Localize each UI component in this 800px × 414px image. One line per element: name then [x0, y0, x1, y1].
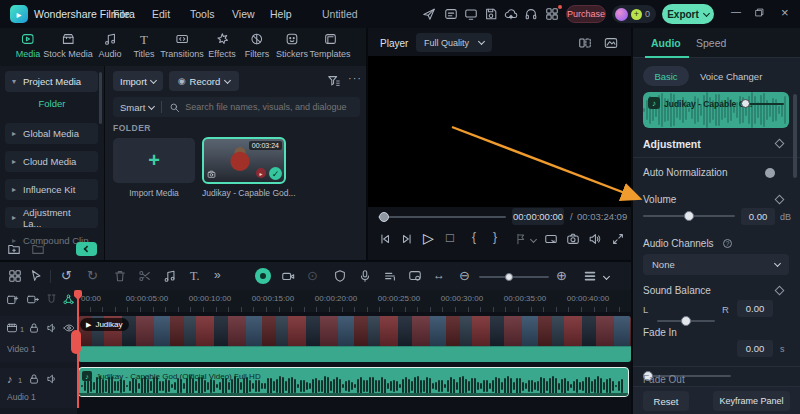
audio-channels-select[interactable]: None — [643, 254, 789, 275]
track-organize-icon[interactable] — [62, 293, 75, 306]
minimize-button[interactable]: — — [731, 6, 741, 17]
tab-audio[interactable]: Audio — [651, 37, 681, 49]
menu-view[interactable]: View — [232, 8, 255, 20]
account-pill[interactable]: + 0 — [612, 5, 656, 23]
lock-icon[interactable] — [28, 322, 40, 334]
avatar[interactable] — [615, 8, 628, 21]
workspace-grid-icon[interactable] — [8, 269, 22, 283]
volume-keyframe-icon[interactable] — [775, 195, 785, 205]
playhead-marker-tab[interactable] — [71, 330, 81, 354]
sidebar-item-adjustment-layer[interactable]: ▸ Adjustment La... — [5, 207, 98, 228]
video-track-header[interactable]: 1 Video 1 — [0, 316, 77, 362]
card-slider-knob[interactable] — [741, 99, 750, 108]
detach-audio-icon[interactable] — [163, 269, 177, 283]
select-cursor-icon[interactable] — [29, 269, 43, 283]
audio-clip-card[interactable]: ♪ Judikay - Capable G... — [643, 92, 789, 128]
export-chevron-icon[interactable] — [703, 9, 710, 16]
export-button[interactable]: Export — [662, 4, 714, 24]
screen-record-icon[interactable] — [408, 269, 422, 283]
menu-edit[interactable]: Edit — [152, 8, 170, 20]
chroma-key-icon[interactable] — [255, 268, 271, 284]
volume-speaker-icon[interactable] — [588, 232, 602, 246]
card-slider-track[interactable] — [746, 103, 784, 105]
tab-stock-media[interactable]: Stock Media — [43, 32, 93, 59]
mute-speaker-icon[interactable] — [46, 322, 58, 334]
support-headset-icon[interactable] — [524, 7, 538, 21]
mute-speaker-icon[interactable] — [46, 373, 58, 385]
collapse-sidebar-button[interactable] — [76, 242, 97, 256]
tab-effects[interactable]: Effects — [208, 32, 235, 59]
balance-value[interactable]: 0.00 — [737, 300, 773, 317]
rows-chevron-icon[interactable] — [603, 273, 610, 280]
sidebar-item-project-media[interactable]: ▾ Project Media — [5, 71, 98, 92]
subtab-basic[interactable]: Basic — [643, 66, 689, 86]
tab-titles[interactable]: T Titles — [133, 32, 154, 59]
sidebar-item-cloud-media[interactable]: ▸ Cloud Media — [5, 151, 98, 172]
scopes-icon[interactable] — [604, 36, 618, 50]
tab-filters[interactable]: Filters — [245, 32, 270, 59]
scrubber-knob[interactable] — [379, 212, 389, 222]
add-track-icon[interactable] — [6, 293, 19, 306]
tab-transitions[interactable]: Transitions — [160, 32, 204, 59]
maximize-button[interactable] — [754, 7, 765, 18]
mirror-display-icon[interactable] — [544, 232, 558, 246]
filter-icon[interactable] — [327, 74, 341, 88]
export-clip-icon[interactable] — [26, 293, 39, 306]
marker-chevron-icon[interactable] — [530, 236, 537, 243]
tab-audio[interactable]: Audio — [98, 32, 121, 59]
timeline-zoom-slider[interactable] — [479, 270, 549, 284]
delete-icon[interactable] — [113, 269, 127, 283]
sound-balance-keyframe-icon[interactable] — [775, 286, 785, 296]
tab-stickers[interactable]: Stickers — [276, 32, 308, 59]
record-button[interactable]: ◉ Record — [169, 71, 239, 91]
search-mode-select[interactable]: Smart — [120, 102, 145, 113]
stop-button[interactable]: □ — [446, 230, 454, 245]
sidebar-item-folder[interactable]: Folder — [0, 97, 104, 115]
subtab-voice-changer[interactable]: Voice Changer — [700, 71, 762, 82]
fullscreen-icon[interactable] — [611, 232, 625, 246]
save-icon[interactable] — [484, 7, 498, 21]
display-icon[interactable] — [464, 7, 478, 21]
sidebar-item-influence-kit[interactable]: ▸ Influence Kit — [5, 179, 98, 200]
more-options-icon[interactable]: ··· — [348, 72, 362, 84]
video-preview[interactable] — [368, 56, 631, 207]
zoom-in-icon[interactable]: ⊕ — [556, 268, 567, 283]
zoom-slider-track[interactable] — [479, 276, 549, 278]
sidebar-scrollbar[interactable] — [99, 72, 102, 124]
sidebar-item-global-media[interactable]: ▸ Global Media — [5, 123, 98, 144]
split-scissors-icon[interactable] — [138, 269, 152, 283]
next-frame-icon[interactable] — [400, 232, 414, 246]
purchase-button[interactable]: Purchase — [566, 5, 606, 23]
auto-caption-icon[interactable] — [383, 269, 397, 283]
adjustment-keyframe-icon[interactable] — [775, 139, 785, 149]
redo-icon[interactable]: ↻ — [87, 268, 98, 283]
balance-slider-knob[interactable] — [681, 316, 691, 326]
tab-templates[interactable]: Templates — [309, 32, 350, 59]
fade-in-value[interactable]: 0.00 — [737, 340, 773, 357]
marker-icon[interactable] — [514, 232, 528, 246]
menu-help[interactable]: Help — [270, 8, 292, 20]
voiceover-mic-icon[interactable] — [358, 269, 372, 283]
import-button[interactable]: Import — [113, 71, 163, 91]
import-media-card[interactable]: + — [113, 138, 195, 183]
more-tools-icon[interactable]: » — [214, 268, 221, 282]
new-folder-icon[interactable] — [7, 242, 21, 256]
panel-scrollbar[interactable] — [793, 94, 797, 178]
balance-slider[interactable] — [657, 314, 715, 328]
split-view-icon[interactable] — [578, 36, 592, 50]
tab-speed[interactable]: Speed — [696, 37, 726, 49]
task-list-icon[interactable] — [444, 7, 458, 21]
apps-grid-icon[interactable] — [545, 7, 559, 21]
audio-track-header[interactable]: ♪ 1 Audio 1 — [0, 368, 77, 408]
menu-file[interactable]: File — [113, 8, 130, 20]
scrubber-track[interactable] — [378, 216, 506, 218]
close-button[interactable]: × — [781, 5, 789, 20]
cloud-upload-icon[interactable] — [504, 7, 518, 21]
quality-select[interactable]: Full Quality — [416, 33, 492, 52]
mark-in-icon[interactable]: { — [472, 230, 476, 244]
add-text-icon[interactable]: T. — [190, 269, 199, 284]
speed-ramp-icon[interactable] — [281, 269, 295, 283]
keyframe-panel-button[interactable]: Keyframe Panel — [713, 391, 790, 411]
previous-frame-icon[interactable] — [378, 232, 392, 246]
timeline-ruler[interactable]: 00:00 00:00:05:00 00:00:10:00 00:00:15:0… — [77, 290, 631, 312]
